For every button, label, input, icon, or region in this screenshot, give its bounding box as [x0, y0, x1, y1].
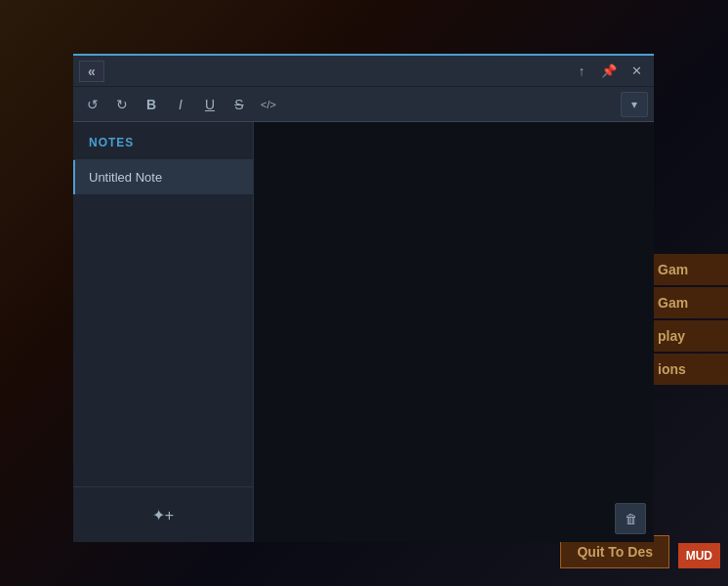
strikethrough-button[interactable]: S [225, 92, 253, 117]
note-list-item[interactable]: Untitled Note [73, 160, 253, 194]
mud-badge: MUD [678, 543, 720, 568]
panel-body: NOTES Untitled Note ✦+ 🗑 [73, 122, 654, 542]
upload-icon[interactable]: ↑ [570, 60, 593, 83]
notes-panel: « ↑ 📌 ✕ ↺ ↻ B I U S </> ▾ NOTES Untitled… [73, 54, 654, 542]
delete-note-button[interactable]: 🗑 [615, 503, 646, 534]
italic-button[interactable]: I [167, 92, 194, 117]
underline-button[interactable]: U [196, 92, 223, 117]
redo-button[interactable]: ↻ [108, 92, 136, 117]
notes-sidebar: NOTES Untitled Note ✦+ [73, 122, 254, 542]
undo-button[interactable]: ↺ [79, 92, 106, 117]
bold-button[interactable]: B [138, 92, 165, 117]
add-note-area: ✦+ [73, 486, 253, 542]
pin-icon[interactable]: 📌 [597, 60, 621, 83]
code-button[interactable]: </> [255, 92, 282, 117]
collapse-button[interactable]: « [79, 61, 104, 82]
editor-footer: 🗑 [615, 503, 646, 534]
panel-topbar: « ↑ 📌 ✕ [73, 56, 654, 87]
editor-area: 🗑 [254, 122, 654, 542]
more-options-button[interactable]: ▾ [621, 92, 648, 117]
sidebar-header: NOTES [73, 122, 253, 160]
note-editor[interactable] [254, 122, 654, 503]
close-icon[interactable]: ✕ [625, 60, 648, 83]
format-toolbar: ↺ ↻ B I U S </> ▾ [73, 87, 654, 122]
trash-icon: 🗑 [625, 512, 637, 526]
add-note-button[interactable]: ✦+ [147, 499, 179, 530]
